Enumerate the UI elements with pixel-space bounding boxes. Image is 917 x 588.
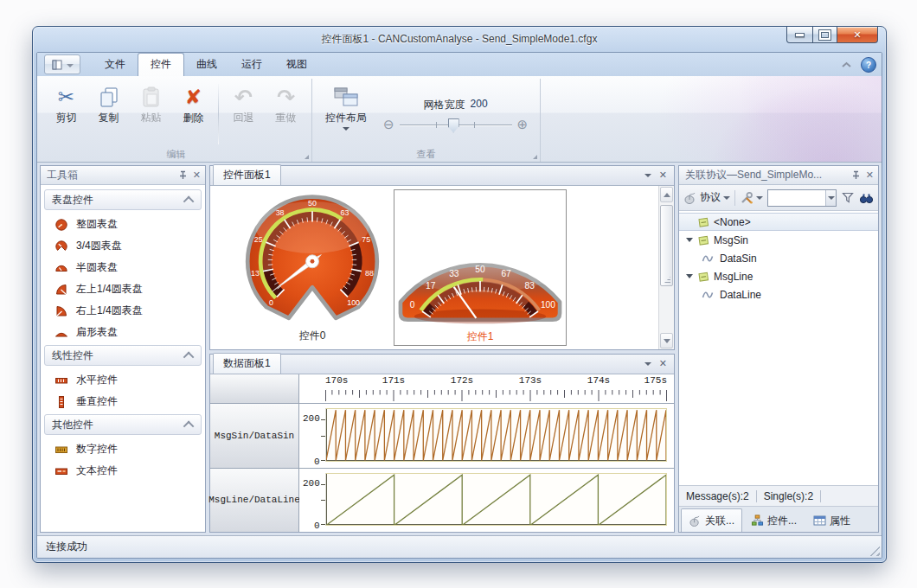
- slider-minus-button[interactable]: ⊖: [383, 118, 394, 131]
- gauge-control-1[interactable]: 01733506783100 控件1: [394, 189, 567, 346]
- ribbon-tab-file[interactable]: 文件: [93, 54, 138, 76]
- panel-menu-icon[interactable]: [644, 362, 651, 366]
- tree-item-msgline[interactable]: MsgLine: [679, 267, 878, 285]
- ribbon-tab-view[interactable]: 视图: [274, 54, 319, 76]
- tab-controls[interactable]: 控件...: [743, 508, 805, 532]
- collapse-ribbon-icon[interactable]: [841, 61, 852, 68]
- help-button[interactable]: ?: [861, 57, 876, 73]
- copy-button[interactable]: 复制: [88, 80, 129, 148]
- close-icon[interactable]: ✕: [659, 359, 667, 368]
- y-axis-label: 200: [303, 478, 320, 489]
- minimize-icon: [795, 33, 805, 37]
- tools-dropdown-button[interactable]: [740, 191, 763, 204]
- pin-icon[interactable]: [851, 170, 861, 180]
- data-row-line[interactable]: MsgLine/DataLine 200 0: [210, 469, 674, 533]
- protocol-search-combo[interactable]: [767, 189, 837, 207]
- ribbon-tab-curve[interactable]: 曲线: [184, 54, 229, 76]
- ribbon-tab-run[interactable]: 运行: [229, 54, 274, 76]
- tree-item-msgsin[interactable]: MsgSin: [679, 231, 878, 249]
- resize-grip[interactable]: [869, 545, 880, 556]
- svg-text:50: 50: [308, 199, 317, 208]
- data-row-sin[interactable]: MsgSin/DataSin 200 0: [210, 404, 674, 469]
- time-tick-label: 172s: [451, 375, 473, 386]
- ribbon-tab-control[interactable]: 控件: [138, 53, 184, 76]
- filter-button[interactable]: [841, 191, 855, 204]
- toolbox-header: 工具箱 ✕: [41, 166, 205, 185]
- client-area: 文件 控件 曲线 运行 视图 ? ✂ 剪切: [36, 52, 882, 559]
- scrollbar-thumb[interactable]: [660, 205, 673, 286]
- grid-width-slider[interactable]: [400, 118, 512, 131]
- close-icon[interactable]: ✕: [659, 170, 667, 180]
- toolbox-item-full-circle-dial[interactable]: 整圆表盘: [43, 214, 202, 235]
- panel-menu-icon[interactable]: [644, 174, 651, 177]
- tab-association[interactable]: 关联...: [681, 508, 742, 532]
- section-header-other[interactable]: 其他控件: [44, 414, 202, 435]
- toolbox-item-numeric-control[interactable]: 数字控件: [43, 438, 202, 460]
- vertical-control-icon: [55, 395, 68, 409]
- waveform-plot-sin: [325, 408, 667, 462]
- app-menu-button[interactable]: [44, 54, 80, 74]
- toolbox-item-horizontal-control[interactable]: 水平控件: [43, 369, 202, 391]
- delete-icon: ✘: [185, 83, 202, 111]
- slider-plus-button[interactable]: ⊕: [517, 118, 529, 131]
- toolbox-item-flat-dial[interactable]: 扁形表盘: [43, 322, 202, 343]
- tree-item-none[interactable]: <None>: [679, 213, 878, 231]
- tab-control-panel-1[interactable]: 控件面板1: [213, 164, 281, 185]
- center-column: 控件面板1 ✕: [209, 165, 675, 533]
- toolbox-panel: 工具箱 ✕ 表盘控件: [40, 165, 206, 533]
- combo-dropdown-button[interactable]: [825, 190, 836, 206]
- quarter-right-dial-icon: [55, 304, 68, 318]
- protocol-title: 关联协议—Send_SimpleMo...: [685, 168, 846, 182]
- maximize-button[interactable]: [813, 27, 837, 43]
- toolbox-item-vertical-control[interactable]: 垂直控件: [43, 391, 202, 412]
- ruler-corner-cell: [210, 374, 299, 403]
- toolbox-item-quarter-left-dial[interactable]: 左上1/4圆表盘: [43, 278, 202, 300]
- toolbox-title: 工具箱: [47, 168, 173, 182]
- message-note-icon: [697, 234, 709, 246]
- tab-properties[interactable]: 属性: [805, 508, 858, 532]
- tree-item-dataline[interactable]: DataLine: [679, 285, 878, 304]
- slider-thumb[interactable]: [448, 118, 459, 133]
- toolbox-item-half-circle-dial[interactable]: 半圆表盘: [43, 257, 202, 278]
- dialog-launcher-icon[interactable]: [305, 150, 309, 159]
- cut-button[interactable]: ✂ 剪切: [46, 80, 87, 148]
- vertical-scrollbar[interactable]: [658, 186, 674, 349]
- titlebar[interactable]: 控件面板1 - CANCustomAnalyse - Send_SimpleMo…: [33, 27, 886, 52]
- undo-icon: ↶: [234, 83, 253, 111]
- svg-text:88: 88: [365, 269, 374, 278]
- gauge-control-0[interactable]: 013253850637588100 控件0: [226, 190, 399, 344]
- pin-icon[interactable]: [178, 170, 188, 180]
- close-icon[interactable]: ✕: [866, 170, 874, 180]
- minimize-button[interactable]: [786, 27, 813, 43]
- tree-item-datasin[interactable]: DataSin: [679, 249, 878, 267]
- expand-arrow-icon[interactable]: [686, 274, 693, 278]
- svg-text:100: 100: [347, 298, 360, 307]
- close-icon[interactable]: ✕: [193, 170, 201, 180]
- paste-button[interactable]: 粘贴: [131, 80, 171, 148]
- tab-data-panel-1[interactable]: 数据面板1: [213, 353, 281, 374]
- section-header-dial[interactable]: 表盘控件: [44, 189, 202, 210]
- y-axis-label: 200: [303, 413, 320, 424]
- scroll-down-button[interactable]: [660, 333, 673, 348]
- time-tick-label: 173s: [519, 375, 542, 386]
- find-button[interactable]: [859, 192, 874, 204]
- toolbox-section-dial: 表盘控件 整圆表盘: [43, 189, 202, 343]
- scroll-up-button[interactable]: [660, 187, 673, 202]
- collapse-chevron-icon: [183, 195, 195, 207]
- close-button[interactable]: ✕: [837, 27, 878, 43]
- toolbox-item-three-quarter-dial[interactable]: 3/4圆表盘: [43, 235, 202, 257]
- toolbox-item-text-control[interactable]: 文本控件: [43, 460, 202, 482]
- undo-button[interactable]: ↶ 回退: [223, 80, 264, 148]
- delete-button[interactable]: ✘ 删除: [173, 80, 214, 148]
- protocol-dropdown-button[interactable]: 协议: [683, 190, 730, 205]
- dialog-launcher-icon[interactable]: [533, 150, 537, 159]
- section-header-linear[interactable]: 线性控件: [44, 345, 202, 366]
- control-panel-tabbar: 控件面板1 ✕: [210, 166, 674, 186]
- svg-text:50: 50: [475, 265, 485, 274]
- redo-button[interactable]: ↷ 重做: [266, 80, 306, 148]
- toolbox-item-quarter-right-dial[interactable]: 右上1/4圆表盘: [43, 300, 202, 322]
- quarter-left-dial-icon: [55, 283, 68, 297]
- control-layout-button[interactable]: 控件布局: [317, 80, 375, 148]
- expand-arrow-icon[interactable]: [686, 238, 693, 242]
- protocol-search-input[interactable]: [768, 192, 825, 204]
